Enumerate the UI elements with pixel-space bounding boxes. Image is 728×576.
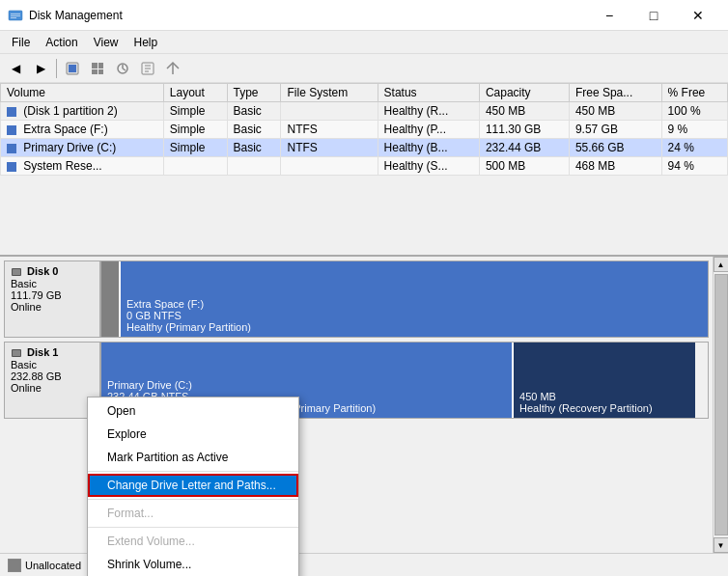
- cell-capacity: 232.44 GB: [479, 139, 569, 157]
- close-button[interactable]: ✕: [676, 0, 720, 31]
- toolbar-btn-5[interactable]: [161, 57, 184, 80]
- toolbar: ◀ ▶: [0, 54, 728, 83]
- cell-volume: Primary Drive (C:): [1, 139, 164, 157]
- svg-rect-3: [11, 17, 16, 18]
- disk-0-partition-unallocated[interactable]: [101, 261, 121, 337]
- cell-capacity: 500 MB: [479, 157, 569, 176]
- partition-detail2: Healthy (Primary Partition): [126, 321, 702, 333]
- menu-help[interactable]: Help: [126, 34, 166, 51]
- toolbar-btn-3[interactable]: [111, 57, 134, 80]
- disk-1-label: Disk 1 Basic 232.88 GB Online: [4, 342, 100, 419]
- cell-fs: NTFS: [281, 121, 378, 139]
- cell-free: 9.57 GB: [569, 121, 661, 139]
- disk-1-partition-recovery[interactable]: 450 MB Healthy (Recovery Partition): [514, 343, 695, 418]
- main-content: Volume Layout Type File System Status Ca…: [0, 83, 728, 576]
- scroll-up[interactable]: ▲: [714, 257, 729, 272]
- disk-0-partition-extra[interactable]: Extra Space (F:) 0 GB NTFS Healthy (Prim…: [121, 261, 708, 337]
- col-filesystem[interactable]: File System: [281, 84, 378, 102]
- cell-free: 450 MB: [569, 102, 661, 121]
- toolbar-forward[interactable]: ▶: [29, 57, 52, 80]
- cell-type: [227, 157, 281, 176]
- ctx-extend[interactable]: Extend Volume...: [88, 530, 298, 553]
- toolbar-btn-2[interactable]: [86, 57, 109, 80]
- volume-table: Volume Layout Type File System Status Ca…: [0, 83, 728, 176]
- disk-0-status: Online: [11, 301, 94, 313]
- cell-layout: Simple: [163, 102, 227, 121]
- cell-fs: [281, 157, 378, 176]
- partition-detail1: 0 GB NTFS: [126, 310, 702, 321]
- scroll-down[interactable]: ▼: [714, 537, 729, 553]
- svg-rect-9: [98, 69, 103, 74]
- cell-fs: NTFS: [281, 139, 378, 157]
- cell-fs: [281, 102, 378, 121]
- ctx-mark-active[interactable]: Mark Partition as Active: [88, 446, 298, 469]
- ctx-shrink[interactable]: Shrink Volume...: [88, 553, 298, 576]
- table-row[interactable]: System Rese... Healthy (S... 500 MB 468 …: [1, 157, 728, 176]
- ctx-format[interactable]: Format...: [88, 502, 298, 525]
- minimize-button[interactable]: −: [587, 0, 631, 31]
- disk-0-name: Disk 0: [11, 265, 94, 278]
- legend-label-unallocated: Unallocated: [25, 560, 81, 571]
- vertical-scrollbar[interactable]: ▲ ▼: [713, 257, 728, 553]
- cell-capacity: 111.30 GB: [479, 121, 569, 139]
- table-row[interactable]: Extra Space (F:) Simple Basic NTFS Healt…: [1, 121, 728, 139]
- col-free[interactable]: Free Spa...: [569, 84, 661, 102]
- cell-pct: 9 %: [661, 121, 727, 139]
- ctx-change-drive-letter[interactable]: Change Drive Letter and Paths...: [88, 474, 298, 497]
- window-title: Disk Management: [29, 9, 123, 22]
- cell-status: Healthy (P...: [378, 121, 479, 139]
- svg-rect-20: [13, 350, 20, 356]
- svg-rect-6: [92, 63, 98, 69]
- table-section: Volume Layout Type File System Status Ca…: [0, 83, 728, 257]
- svg-rect-2: [11, 15, 20, 16]
- col-capacity[interactable]: Capacity: [479, 84, 569, 102]
- table-row[interactable]: Primary Drive (C:) Simple Basic NTFS Hea…: [1, 139, 728, 157]
- col-status[interactable]: Status: [378, 84, 479, 102]
- disk-1-type: Basic: [11, 359, 94, 370]
- menu-view[interactable]: View: [86, 34, 126, 51]
- cell-layout: Simple: [163, 139, 227, 157]
- cell-volume: System Rese...: [1, 157, 164, 176]
- col-volume[interactable]: Volume: [1, 84, 164, 102]
- ctx-separator-1: [88, 471, 298, 472]
- col-type[interactable]: Type: [227, 84, 281, 102]
- col-pctfree[interactable]: % Free: [661, 84, 727, 102]
- svg-rect-8: [92, 69, 98, 74]
- toolbar-separator-1: [56, 59, 57, 78]
- svg-rect-5: [69, 65, 76, 72]
- toolbar-btn-1[interactable]: [61, 57, 84, 80]
- cell-pct: 24 %: [661, 139, 727, 157]
- menu-action[interactable]: Action: [38, 34, 85, 51]
- partition-label: Primary Drive (C:): [107, 379, 506, 391]
- disk-0-partitions: Extra Space (F:) 0 GB NTFS Healthy (Prim…: [100, 261, 709, 338]
- scroll-thumb[interactable]: [714, 274, 728, 535]
- cell-volume: (Disk 1 partition 2): [1, 102, 164, 121]
- svg-rect-1: [11, 14, 20, 14]
- cell-status: Healthy (R...: [378, 102, 479, 121]
- app-icon: [8, 8, 23, 23]
- partition-detail1: Healthy (Recovery Partition): [519, 402, 689, 414]
- svg-line-12: [123, 69, 126, 70]
- disk-0-label: Disk 0 Basic 111.79 GB Online: [4, 261, 100, 338]
- cell-type: Basic: [227, 121, 281, 139]
- menu-bar: File Action View Help: [0, 31, 728, 54]
- col-layout[interactable]: Layout: [163, 84, 227, 102]
- window-controls: − □ ✕: [587, 0, 720, 31]
- cell-free: 55.66 GB: [569, 139, 661, 157]
- ctx-explore[interactable]: Explore: [88, 423, 298, 446]
- svg-rect-18: [13, 269, 20, 275]
- legend-color-unallocated: [8, 559, 21, 572]
- table-row[interactable]: (Disk 1 partition 2) Simple Basic Health…: [1, 102, 728, 121]
- maximize-button[interactable]: □: [631, 0, 676, 31]
- title-bar: Disk Management − □ ✕: [0, 0, 728, 31]
- legend-unallocated: Unallocated: [8, 559, 81, 572]
- cell-type: Basic: [227, 139, 281, 157]
- toolbar-back[interactable]: ◀: [4, 57, 27, 80]
- menu-file[interactable]: File: [4, 34, 38, 51]
- ctx-open[interactable]: Open: [88, 399, 298, 423]
- cell-pct: 94 %: [661, 157, 727, 176]
- ctx-separator-2: [88, 499, 298, 500]
- cell-type: Basic: [227, 102, 281, 121]
- disk-0-type: Basic: [11, 278, 94, 289]
- toolbar-btn-4[interactable]: [136, 57, 159, 80]
